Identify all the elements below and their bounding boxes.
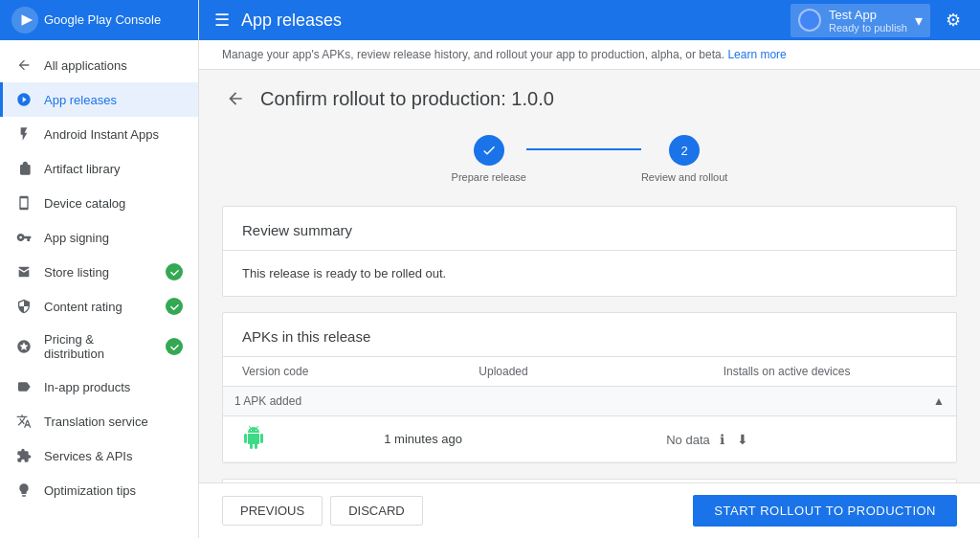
sidebar-navigation: All applications App releases Android In… [0, 40, 198, 515]
col-installs: Installs on active devices [712, 357, 956, 387]
dropdown-arrow-icon: ▾ [915, 11, 923, 30]
store-listing-check [166, 263, 183, 280]
step-2-circle: 2 [669, 135, 700, 166]
discard-button[interactable]: DISCARD [330, 496, 423, 526]
sidebar-item-all-applications[interactable]: All applications [0, 48, 198, 82]
review-summary-card: Review summary This release is ready to … [222, 206, 957, 297]
sidebar-item-app-releases[interactable]: App releases [0, 82, 198, 117]
sidebar-item-translation-service[interactable]: Translation service [0, 404, 198, 438]
pricing-icon [15, 338, 33, 355]
sidebar-label-optimization: Optimization tips [44, 483, 183, 498]
sidebar-label-device-catalog: Device catalog [44, 196, 183, 211]
releases-icon [15, 91, 33, 108]
translation-icon [15, 413, 33, 430]
topbar: ☰ App releases Test App Ready to publish… [199, 0, 980, 40]
products-icon [15, 378, 33, 395]
apk-uploaded: 1 minutes ago [372, 416, 655, 462]
step-1: Prepare release [452, 135, 526, 183]
step-1-label: Prepare release [452, 171, 526, 183]
previous-button[interactable]: PREVIOUS [222, 496, 323, 526]
sidebar-item-content-rating[interactable]: Content rating [0, 289, 198, 324]
back-button[interactable] [222, 85, 249, 112]
breadcrumb-text: Manage your app's APKs, review release h… [222, 48, 724, 61]
sidebar-label-in-app-products: In-app products [44, 380, 183, 394]
page-title-row: Confirm rollout to production: 1.0.0 [222, 85, 957, 112]
review-summary-header: Review summary [223, 207, 956, 251]
sidebar-label-translation: Translation service [44, 415, 183, 429]
review-summary-text: This release is ready to be rolled out. [242, 266, 937, 280]
signing-icon [15, 229, 33, 246]
sidebar-item-app-signing[interactable]: App signing [0, 220, 198, 255]
sidebar-item-optimization-tips[interactable]: Optimization tips [0, 473, 198, 507]
sidebar: Google Play Console All applications App… [0, 0, 199, 538]
app-selector[interactable]: Test App Ready to publish ▾ [791, 4, 930, 37]
sidebar-label-android-instant: Android Instant Apps [44, 127, 183, 142]
sidebar-label-artifact-library: Artifact library [44, 162, 183, 176]
no-data-text: No data [666, 433, 710, 447]
artifact-icon [15, 160, 33, 177]
sidebar-label-app-signing: App signing [44, 231, 183, 245]
sidebar-label-all-applications: All applications [44, 58, 183, 73]
sidebar-item-pricing-distribution[interactable]: Pricing & distribution [0, 324, 198, 370]
apk-table: Version code Uploaded Installs on active… [223, 357, 956, 387]
sidebar-label-pricing: Pricing & distribution [44, 332, 154, 361]
settings-icon[interactable]: ⚙ [942, 6, 965, 34]
sidebar-label-services-apis: Services & APIs [44, 449, 183, 463]
main-area: ☰ App releases Test App Ready to publish… [199, 0, 980, 538]
content-rating-icon [15, 298, 33, 315]
content-area: Manage your app's APKs, review release h… [199, 40, 980, 538]
apk-data-table: 1 minutes ago No data ℹ ⬇ [223, 416, 956, 462]
info-icon[interactable]: ℹ [713, 431, 730, 448]
menu-icon[interactable]: ☰ [214, 10, 230, 31]
sidebar-label-content-rating: Content rating [44, 300, 154, 314]
sidebar-header: Google Play Console [0, 0, 198, 40]
step-connector [526, 148, 641, 150]
sidebar-item-android-instant[interactable]: Android Instant Apps [0, 117, 198, 151]
content-description: Manage your app's APKs, review release h… [199, 40, 980, 70]
pricing-check [166, 338, 183, 355]
sidebar-item-device-catalog[interactable]: Device catalog [0, 186, 198, 220]
app-avatar [798, 9, 821, 32]
sidebar-item-in-app-products[interactable]: In-app products [0, 370, 198, 404]
step-2-label: Review and rollout [641, 171, 728, 183]
optimization-icon [15, 482, 33, 499]
sidebar-item-artifact-library[interactable]: Artifact library [0, 151, 198, 186]
review-summary-title: Review summary [242, 222, 352, 238]
page-title: Confirm rollout to production: 1.0.0 [260, 88, 554, 110]
apks-card: APKs in this release Version code Upload… [222, 312, 957, 463]
start-rollout-button[interactable]: START ROLLOUT TO PRODUCTION [693, 495, 957, 527]
topbar-title: App releases [241, 11, 779, 31]
step-1-circle [474, 135, 504, 166]
arrow-left-icon [15, 56, 33, 74]
play-store-icon [11, 7, 38, 34]
services-icon [15, 447, 33, 464]
col-uploaded: Uploaded [467, 357, 711, 387]
store-icon [15, 263, 33, 280]
apks-header: APKs in this release [223, 313, 956, 357]
android-icon [242, 426, 265, 449]
content-body: Confirm rollout to production: 1.0.0 Pre… [199, 70, 980, 538]
col-version: Version code [223, 357, 467, 387]
device-icon [15, 194, 33, 212]
download-icon[interactable]: ⬇ [734, 431, 751, 448]
sidebar-label-store-listing: Store listing [44, 265, 154, 280]
apk-table-header-row: Version code Uploaded Installs on active… [223, 357, 956, 387]
apks-content: Version code Uploaded Installs on active… [223, 357, 956, 462]
sidebar-logo: Google Play Console [11, 7, 161, 34]
apks-title: APKs in this release [242, 328, 370, 345]
apk-row: 1 minutes ago No data ℹ ⬇ [223, 416, 956, 462]
sidebar-title: Google Play Console [44, 12, 161, 28]
collapse-icon[interactable]: ▲ [933, 394, 945, 408]
app-info: Test App Ready to publish [829, 8, 907, 34]
apk-icon-cell [223, 416, 372, 462]
learn-more-link[interactable]: Learn more [727, 48, 786, 61]
stepper: Prepare release 2 Review and rollout [222, 135, 957, 183]
apk-installs: No data ℹ ⬇ [655, 416, 956, 462]
sidebar-label-app-releases: App releases [44, 93, 183, 107]
instant-apps-icon [15, 125, 33, 143]
apk-added-label: 1 APK added [234, 394, 301, 408]
sidebar-item-services-apis[interactable]: Services & APIs [0, 438, 198, 473]
step-2: 2 Review and rollout [641, 135, 728, 183]
sidebar-item-store-listing[interactable]: Store listing [0, 255, 198, 289]
review-summary-body: This release is ready to be rolled out. [223, 251, 956, 296]
